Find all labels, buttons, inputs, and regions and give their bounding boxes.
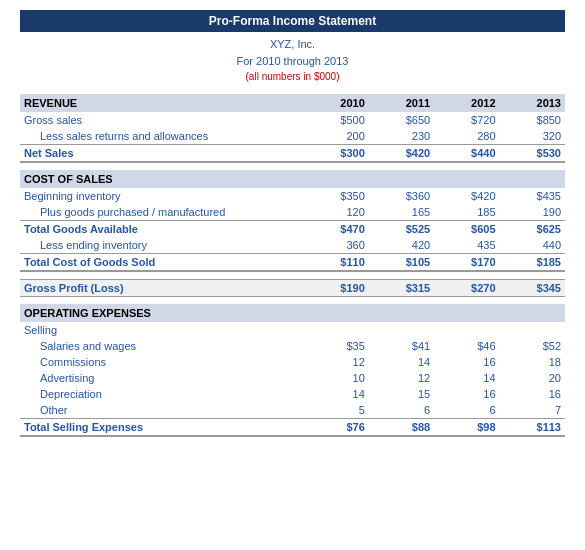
less-returns-2011: 230 bbox=[369, 128, 434, 145]
net-sales-2010: $300 bbox=[303, 145, 368, 163]
gross-profit-row: Gross Profit (Loss) $190 $315 $270 $345 bbox=[20, 279, 565, 296]
year-2011: 2011 bbox=[369, 94, 434, 112]
gross-profit-2013: $345 bbox=[500, 279, 565, 296]
net-sales-row: Net Sales $300 $420 $440 $530 bbox=[20, 145, 565, 163]
year-2012: 2012 bbox=[434, 94, 499, 112]
other-2012: 6 bbox=[434, 402, 499, 419]
total-cogs-2011: $105 bbox=[369, 254, 434, 272]
total-goods-2011: $525 bbox=[369, 221, 434, 238]
net-sales-2011: $420 bbox=[369, 145, 434, 163]
depreciation-row: Depreciation 14 15 16 16 bbox=[20, 386, 565, 402]
total-goods-2013: $625 bbox=[500, 221, 565, 238]
gross-sales-row: Gross sales $500 $650 $720 $850 bbox=[20, 112, 565, 128]
salaries-2011: $41 bbox=[369, 338, 434, 354]
commissions-row: Commissions 12 14 16 18 bbox=[20, 354, 565, 370]
total-goods-2012: $605 bbox=[434, 221, 499, 238]
revenue-header: REVENUE 2010 2011 2012 2013 bbox=[20, 94, 565, 112]
depreciation-2011: 15 bbox=[369, 386, 434, 402]
company-name: XYZ, Inc. bbox=[20, 36, 565, 53]
less-returns-row: Less sales returns and allowances 200 23… bbox=[20, 128, 565, 145]
total-goods-label: Total Goods Available bbox=[20, 221, 303, 238]
total-selling-2012: $98 bbox=[434, 419, 499, 437]
cos-label: COST OF SALES bbox=[20, 170, 565, 188]
commissions-2011: 14 bbox=[369, 354, 434, 370]
total-selling-row: Total Selling Expenses $76 $88 $98 $113 bbox=[20, 419, 565, 437]
gross-profit-2011: $315 bbox=[369, 279, 434, 296]
depreciation-2010: 14 bbox=[303, 386, 368, 402]
plus-goods-row: Plus goods purchased / manufactured 120 … bbox=[20, 204, 565, 221]
total-cogs-2013: $185 bbox=[500, 254, 565, 272]
advertising-2013: 20 bbox=[500, 370, 565, 386]
advertising-2011: 12 bbox=[369, 370, 434, 386]
opex-header: OPERATING EXPENSES bbox=[20, 304, 565, 322]
less-ending-2013: 440 bbox=[500, 237, 565, 254]
advertising-label: Advertising bbox=[20, 370, 303, 386]
total-selling-2011: $88 bbox=[369, 419, 434, 437]
total-selling-2013: $113 bbox=[500, 419, 565, 437]
total-cogs-2012: $170 bbox=[434, 254, 499, 272]
total-selling-2010: $76 bbox=[303, 419, 368, 437]
salaries-2010: $35 bbox=[303, 338, 368, 354]
subtitle-block: XYZ, Inc. For 2010 through 2013 (all num… bbox=[20, 36, 565, 84]
less-ending-label: Less ending inventory bbox=[20, 237, 303, 254]
total-goods-available-row: Total Goods Available $470 $525 $605 $62… bbox=[20, 221, 565, 238]
less-ending-row: Less ending inventory 360 420 435 440 bbox=[20, 237, 565, 254]
salaries-label: Salaries and wages bbox=[20, 338, 303, 354]
net-sales-2012: $440 bbox=[434, 145, 499, 163]
gross-sales-label: Gross sales bbox=[20, 112, 303, 128]
main-title: Pro-Forma Income Statement bbox=[209, 14, 376, 28]
beginning-inv-2011: $360 bbox=[369, 188, 434, 204]
advertising-2012: 14 bbox=[434, 370, 499, 386]
other-row: Other 5 6 6 7 bbox=[20, 402, 565, 419]
selling-label: Selling bbox=[20, 322, 303, 338]
total-cogs-label: Total Cost of Goods Sold bbox=[20, 254, 303, 272]
selling-row: Selling bbox=[20, 322, 565, 338]
depreciation-2013: 16 bbox=[500, 386, 565, 402]
salaries-2013: $52 bbox=[500, 338, 565, 354]
salaries-2012: $46 bbox=[434, 338, 499, 354]
less-ending-2010: 360 bbox=[303, 237, 368, 254]
plus-goods-2013: 190 bbox=[500, 204, 565, 221]
commissions-2012: 16 bbox=[434, 354, 499, 370]
other-2010: 5 bbox=[303, 402, 368, 419]
revenue-label: REVENUE bbox=[20, 94, 303, 112]
beginning-inv-label: Beginning inventory bbox=[20, 188, 303, 204]
plus-goods-2012: 185 bbox=[434, 204, 499, 221]
total-cogs-row: Total Cost of Goods Sold $110 $105 $170 … bbox=[20, 254, 565, 272]
plus-goods-2010: 120 bbox=[303, 204, 368, 221]
less-ending-2011: 420 bbox=[369, 237, 434, 254]
plus-goods-label: Plus goods purchased / manufactured bbox=[20, 204, 303, 221]
advertising-2010: 10 bbox=[303, 370, 368, 386]
advertising-row: Advertising 10 12 14 20 bbox=[20, 370, 565, 386]
plus-goods-2011: 165 bbox=[369, 204, 434, 221]
year-2013: 2013 bbox=[500, 94, 565, 112]
salaries-row: Salaries and wages $35 $41 $46 $52 bbox=[20, 338, 565, 354]
commissions-2010: 12 bbox=[303, 354, 368, 370]
net-sales-label: Net Sales bbox=[20, 145, 303, 163]
beginning-inv-2010: $350 bbox=[303, 188, 368, 204]
less-returns-2013: 320 bbox=[500, 128, 565, 145]
total-goods-2010: $470 bbox=[303, 221, 368, 238]
commissions-label: Commissions bbox=[20, 354, 303, 370]
net-sales-2013: $530 bbox=[500, 145, 565, 163]
gross-sales-2012: $720 bbox=[434, 112, 499, 128]
less-ending-2012: 435 bbox=[434, 237, 499, 254]
depreciation-label: Depreciation bbox=[20, 386, 303, 402]
cos-header: COST OF SALES bbox=[20, 170, 565, 188]
other-2013: 7 bbox=[500, 402, 565, 419]
total-selling-label: Total Selling Expenses bbox=[20, 419, 303, 437]
depreciation-2012: 16 bbox=[434, 386, 499, 402]
beginning-inv-2013: $435 bbox=[500, 188, 565, 204]
less-returns-label: Less sales returns and allowances bbox=[20, 128, 303, 145]
gross-sales-2011: $650 bbox=[369, 112, 434, 128]
gross-profit-2012: $270 bbox=[434, 279, 499, 296]
year-2010: 2010 bbox=[303, 94, 368, 112]
note: (all numbers in $000) bbox=[20, 69, 565, 84]
other-2011: 6 bbox=[369, 402, 434, 419]
other-label: Other bbox=[20, 402, 303, 419]
gross-profit-2010: $190 bbox=[303, 279, 368, 296]
gross-sales-2013: $850 bbox=[500, 112, 565, 128]
opex-label: OPERATING EXPENSES bbox=[20, 304, 565, 322]
period: For 2010 through 2013 bbox=[20, 53, 565, 70]
gross-profit-label: Gross Profit (Loss) bbox=[20, 279, 303, 296]
